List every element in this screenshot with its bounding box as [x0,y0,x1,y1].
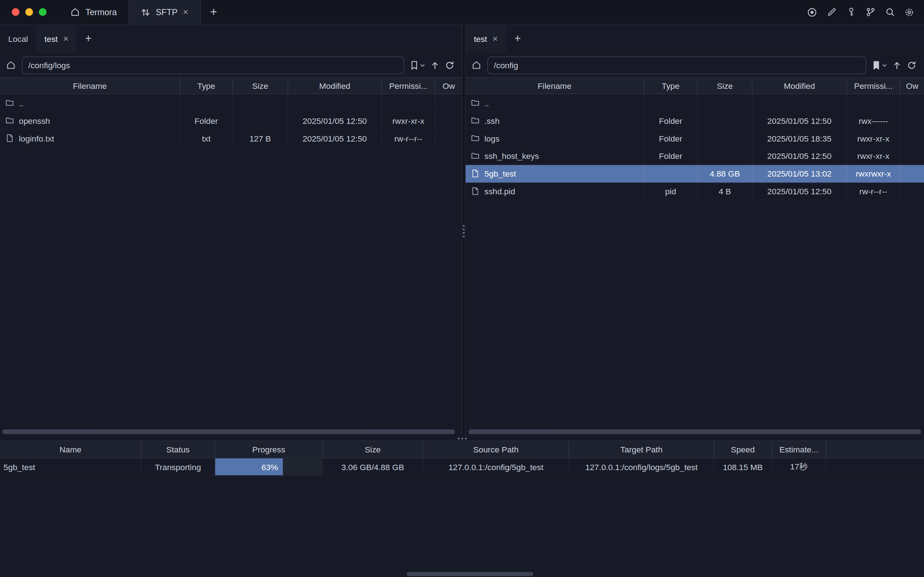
plus-icon: + [85,32,92,45]
file-row-5gb-test-selected[interactable]: 5gb_test 4.88 GB 2025/01/05 13:02 rwxrwx… [466,165,924,183]
right-path-input[interactable] [487,56,866,74]
tab-local-label: Local [8,34,28,44]
settings-button[interactable] [901,4,917,19]
refresh-icon [907,60,916,70]
window-controls [0,0,58,24]
column-header-progress[interactable]: Progress [215,441,323,458]
tab-sftp-close-icon[interactable]: × [183,7,188,17]
file-owner [900,112,924,130]
record-button[interactable] [805,4,819,19]
column-header-permissions[interactable]: Permissi... [847,77,900,93]
transfer-row-5gb-test[interactable]: 5gb_test Transporting 63% 3.06 GB/4.88 G… [0,458,924,476]
bottom-scrollbar[interactable] [407,572,534,576]
file-permissions: rwxrwxr-x [847,165,900,183]
file-size [698,112,753,130]
tab-test-left[interactable]: test × [36,25,77,53]
file-permissions: rwxr-xr-x [847,130,900,147]
branch-button[interactable] [863,4,878,19]
column-header-size[interactable]: Size [323,441,423,458]
tab-termora-label: Termora [85,7,117,17]
filename: sshd.pid [484,186,515,196]
column-header-owner[interactable]: Ow [435,77,462,93]
file-row-openssh[interactable]: openssh Folder 2025/01/05 12:50 rwxr-xr-… [0,112,462,130]
file-size [698,130,753,147]
column-header-filename[interactable]: Filename [466,77,644,93]
plus-icon: + [514,32,521,45]
transfer-filler [826,458,924,476]
progress-fill: 63% [215,458,282,475]
bookmark-icon [410,60,418,70]
left-table-header: Filename Type Size Modified Permissi... … [0,77,462,94]
tab-termora[interactable]: Termora [58,0,129,24]
key-button[interactable] [843,4,859,19]
file-modified [752,94,847,112]
key-icon [846,7,856,17]
column-header-name[interactable]: Name [0,441,142,458]
column-header-modified[interactable]: Modified [752,77,847,93]
minimize-window-button[interactable] [25,8,33,16]
column-header-type[interactable]: Type [644,77,698,93]
column-header-target-path[interactable]: Target Path [569,441,714,458]
right-table-header: Filename Type Size Modified Permissi... … [466,77,924,94]
tab-test-right-close-icon[interactable]: × [492,34,498,44]
filename: .. [484,98,489,108]
close-window-button[interactable] [12,8,19,16]
file-row-logs[interactable]: logs Folder 2025/01/05 18:35 rwxr-xr-x [466,130,924,147]
bookmark-button[interactable] [872,60,887,70]
parent-directory-button[interactable] [892,60,901,70]
horizontal-splitter[interactable] [0,436,924,440]
transfer-size: 3.06 GB/4.88 GB [323,458,423,476]
new-window-tab-button[interactable]: + [201,0,226,24]
app-window: Termora SFTP × + [0,0,924,577]
bookmark-button[interactable] [410,60,425,70]
file-size [698,147,753,165]
file-owner [435,112,462,130]
refresh-button[interactable] [907,60,916,70]
home-icon[interactable] [471,60,482,70]
file-row-ssh-host-keys[interactable]: ssh_host_keys Folder 2025/01/05 12:50 rw… [466,147,924,165]
home-icon[interactable] [6,60,16,70]
column-header-modified[interactable]: Modified [288,77,382,93]
tab-sftp-label: SFTP [156,7,177,17]
file-size [233,94,288,112]
left-panel-tabs: Local test × + [0,25,462,53]
vertical-splitter[interactable] [462,25,466,436]
tab-local[interactable]: Local [0,25,36,53]
file-row-parent[interactable]: .. [466,94,924,112]
column-header-type[interactable]: Type [180,77,233,93]
edit-button[interactable] [824,4,839,19]
column-header-permissions[interactable]: Permissi... [382,77,435,93]
tab-sftp[interactable]: SFTP × [129,0,201,24]
zoom-window-button[interactable] [39,8,47,16]
column-header-size[interactable]: Size [698,77,753,93]
parent-directory-button[interactable] [430,60,440,70]
left-new-tab-button[interactable]: + [77,25,100,53]
column-header-status[interactable]: Status [142,441,215,458]
file-type: Folder [644,147,698,165]
column-header-speed[interactable]: Speed [714,441,772,458]
file-modified: 2025/01/05 12:50 [752,183,847,200]
column-header-filename[interactable]: Filename [0,77,180,93]
left-horizontal-scrollbar[interactable] [3,429,455,434]
tab-test-right[interactable]: test × [466,25,506,53]
file-row-ssh[interactable]: .ssh Folder 2025/01/05 12:50 rwx------ [466,112,924,130]
refresh-button[interactable] [445,60,455,70]
tab-test-left-close-icon[interactable]: × [63,34,69,44]
file-row-sshd-pid[interactable]: sshd.pid pid 4 B 2025/01/05 12:50 rw-r--… [466,183,924,200]
right-new-tab-button[interactable]: + [506,25,529,53]
column-header-owner[interactable]: Ow [900,77,924,93]
right-horizontal-scrollbar[interactable] [469,429,921,434]
file-owner [900,130,924,147]
left-path-input[interactable] [22,56,404,74]
left-file-panel: Local test × + [0,25,462,436]
file-permissions: rw-r--r-- [847,183,900,200]
column-header-source-path[interactable]: Source Path [423,441,569,458]
transfer-table-header: Name Status Progress Size Source Path Ta… [0,440,924,458]
file-row-parent[interactable]: .. [0,94,462,112]
file-row-loginfo[interactable]: loginfo.txt txt 127 B 2025/01/05 12:50 r… [0,130,462,147]
transfer-target-path: 127.0.0.1:/config/logs/5gb_test [569,458,714,476]
column-header-size[interactable]: Size [233,77,288,93]
search-button[interactable] [882,4,897,19]
home-icon [70,7,80,17]
column-header-estimate[interactable]: Estimate... [772,441,826,458]
